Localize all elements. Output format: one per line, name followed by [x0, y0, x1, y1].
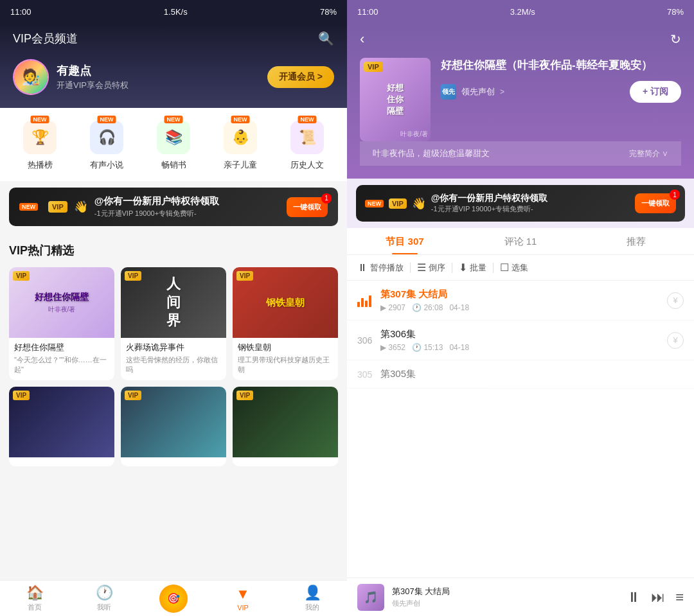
category-icon-wrap: NEW 🎧	[90, 121, 123, 154]
left-status-bar: 11:00 1.5K/s 78%	[0, 0, 347, 23]
category-icon-wrap: NEW 📚	[157, 121, 190, 154]
tabs-row: 节目 307 评论 11 推荐	[347, 228, 694, 255]
vip-badge: VIP	[125, 391, 141, 400]
left-panel: 11:00 1.5K/s 78% VIP会员频道 🔍 🧑‍🎨 有趣点 开通VIP…	[0, 0, 347, 616]
batch-button[interactable]: ⬇ 批量	[452, 261, 493, 274]
right-banner-text: @你有一份新用户特权待领取 -1元开通VIP 19000+专辑免费听-	[431, 193, 548, 214]
user-subtitle: 开通VIP享会员特权	[57, 80, 129, 91]
left-banner-section: NEW VIP 👋 @你有一份新用户特权待领取 -1元开通VIP 19000+专…	[0, 181, 347, 233]
vip-icon: ▼	[236, 586, 250, 603]
batch-label: 批量	[470, 262, 486, 274]
avatar-image: 🧑‍🎨	[14, 60, 48, 94]
banner-text: @你有一份新用户特权待领取 -1元开通VIP 19000+专辑免费听-	[94, 195, 220, 218]
batch-icon: ⬇	[459, 261, 467, 274]
search-icon[interactable]: 🔍	[318, 31, 334, 46]
mini-play-button[interactable]: ⏸	[627, 589, 641, 606]
episode-date-306: 04-18	[449, 343, 469, 352]
right-banner[interactable]: NEW VIP 👋 @你有一份新用户特权待领取 -1元开通VIP 19000+专…	[356, 185, 685, 222]
user-info: 🧑‍🎨 有趣点 开通VIP享会员特权	[13, 59, 129, 95]
right-time: 11:00	[357, 7, 378, 17]
left-banner[interactable]: NEW VIP 👋 @你有一份新用户特权待领取 -1元开通VIP 19000+专…	[9, 188, 338, 226]
left-header-title: VIP会员频道	[13, 31, 78, 46]
episode-306[interactable]: 306 第306集 ▶ 3652 🕐 15:13 04-18 ¥	[347, 321, 694, 360]
back-button[interactable]: ‹	[360, 31, 364, 48]
hot-name-2: 火葬场诡异事件	[126, 342, 221, 353]
home-icon: 🏠	[26, 585, 44, 601]
left-battery: 78%	[320, 7, 337, 17]
bottom-nav: 🏠 首页 🕐 我听 🎯 ▼ VIP 👤 我的	[0, 580, 347, 616]
new-badge: NEW	[31, 116, 49, 123]
left-time: 11:00	[10, 7, 31, 17]
hot-item-1[interactable]: VIP 好想住你隔壁 叶非夜/著 好想住你隔壁 "今天怎么过？""和你……在一起…	[9, 267, 114, 380]
cover-book-img: 人间界	[121, 267, 226, 338]
book-title: 好想住你隔壁（叶非夜作品-韩经年夏晚安）	[441, 58, 681, 73]
book-meta: 好想住你隔壁（叶非夜作品-韩经年夏晚安） 领先 领先声创 > + 订阅	[441, 58, 681, 110]
pause-label: 暂停播放	[370, 262, 404, 274]
hot-info-1: 好想住你隔壁 "今天怎么过？""和你……在一起"	[9, 338, 114, 380]
category-audio[interactable]: NEW 🎧 有声小说	[90, 121, 123, 171]
hot-cover-4: VIP	[9, 387, 114, 457]
wave-bar-1	[357, 302, 360, 307]
nav-home[interactable]: 🏠 首页	[0, 585, 69, 612]
full-intro-button[interactable]: 完整简介 ∨	[629, 148, 668, 159]
banner-btn-wrap: 一键领取 1	[287, 197, 328, 217]
right-banner-title: @你有一份新用户特权待领取	[431, 193, 548, 204]
mini-next-button[interactable]: ⏭	[651, 589, 665, 606]
episode-title-306: 第306集	[380, 328, 667, 340]
center-icon: 🎯	[159, 585, 188, 613]
banner-title: @你有一份新用户特权待领取	[94, 195, 220, 207]
listen-icon: 🕐	[96, 585, 113, 601]
episode-305[interactable]: 305 第305集	[347, 360, 694, 389]
mini-author: 领先声创	[392, 599, 619, 608]
order-button[interactable]: ☰ 倒序	[411, 261, 452, 274]
category-icon-box: 📚	[157, 121, 190, 154]
refresh-button[interactable]: ↻	[670, 31, 681, 47]
subscribe-button[interactable]: + 订阅	[630, 81, 681, 103]
episode-307[interactable]: 第307集 大结局 ▶ 2907 🕐 26:08 04-18 ¥	[347, 281, 694, 321]
pause-button[interactable]: ⏸ 暂停播放	[357, 262, 410, 274]
category-hot[interactable]: NEW 🏆 热播榜	[23, 121, 57, 171]
episode-duration-307: 🕐 26:08	[412, 303, 443, 312]
select-button[interactable]: ☐ 选集	[494, 261, 535, 274]
nav-center[interactable]: 🎯	[139, 585, 208, 613]
tab-comments[interactable]: 评论 11	[463, 228, 578, 254]
banner-new-label: NEW	[19, 203, 38, 211]
episode-sub-307: ▶ 2907 🕐 26:08 04-18	[380, 303, 667, 312]
episode-num-305: 305	[357, 369, 380, 380]
episode-coin-307[interactable]: ¥	[667, 292, 684, 309]
category-history[interactable]: NEW 📜 历史人文	[290, 121, 324, 171]
hot-cover-1: VIP 好想住你隔壁 叶非夜/著	[9, 267, 114, 338]
book-info: 好想住你隔壁 VIP 叶非夜/著 好想住你隔壁（叶非夜作品-韩经年夏晚安） 领先…	[360, 58, 681, 141]
category-icon-wrap: NEW 📜	[290, 121, 324, 154]
nav-vip-label: VIP	[237, 604, 249, 612]
hot-item-2[interactable]: VIP 人间界 火葬场诡异事件 这些毛骨悚然的经历，你敢信吗	[121, 267, 226, 380]
wave-bar-3	[365, 301, 368, 307]
hot-desc-2: 这些毛骨悚然的经历，你敢信吗	[126, 355, 221, 375]
mini-menu-button[interactable]: ≡	[675, 589, 684, 606]
author-arrow-icon: >	[500, 87, 504, 96]
order-label: 倒序	[429, 262, 445, 274]
episode-coin-306[interactable]: ¥	[667, 332, 684, 349]
category-books[interactable]: NEW 📚 畅销书	[157, 121, 190, 171]
category-label: 畅销书	[161, 159, 186, 171]
user-section: 🧑‍🎨 有趣点 开通VIP享会员特权 开通会员 >	[13, 59, 334, 95]
open-vip-button[interactable]: 开通会员 >	[267, 66, 334, 88]
mini-info: 第307集 大结局 领先声创	[392, 586, 619, 608]
nav-vip[interactable]: ▼ VIP	[208, 586, 278, 612]
cover-book-img: 钢铁皇朝	[233, 267, 338, 338]
hot-item-3[interactable]: VIP 钢铁皇朝 钢铁皇朝 理工男带现代科技穿越历史王朝	[233, 267, 338, 380]
tab-recommend[interactable]: 推荐	[578, 228, 694, 254]
category-kids[interactable]: NEW 👶 亲子儿童	[224, 121, 257, 171]
tab-episodes[interactable]: 节目 307	[347, 228, 463, 254]
hot-item-4[interactable]: VIP	[9, 387, 114, 466]
episode-views-307: ▶ 2907	[380, 303, 405, 312]
book-desc-row: 叶非夜作品，超级治愈温馨甜文 完整简介 ∨	[360, 141, 681, 166]
nav-mine[interactable]: 👤 我的	[278, 585, 347, 612]
hot-item-6[interactable]: VIP	[233, 387, 338, 466]
episode-sub-306: ▶ 3652 🕐 15:13 04-18	[380, 343, 667, 352]
category-label: 热播榜	[28, 159, 53, 171]
nav-listen[interactable]: 🕐 我听	[69, 585, 139, 612]
cover-main-text: 钢铁皇朝	[266, 296, 305, 309]
username: 有趣点	[57, 63, 129, 78]
hot-item-5[interactable]: VIP	[121, 387, 226, 466]
